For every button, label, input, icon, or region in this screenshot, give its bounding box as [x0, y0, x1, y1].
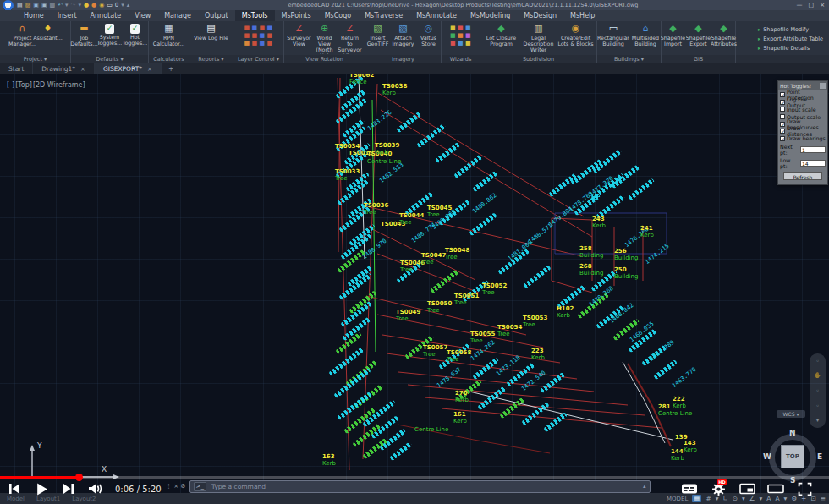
save-icon[interactable]: ▣	[33, 1, 39, 9]
survey-point-label[interactable]: TS0051Tree	[454, 293, 479, 306]
ribbon-tab-mspoints[interactable]: MsPoints	[275, 10, 318, 21]
survey-point-label[interactable]: TS0039Kerb	[375, 143, 399, 156]
mini-layer-icon[interactable]: ■	[244, 25, 250, 31]
subtitles-cc-icon[interactable]	[680, 479, 699, 498]
new-tab-button[interactable]: +	[162, 63, 180, 74]
mini-layer-icon[interactable]: ■	[458, 25, 464, 31]
viewport-collapse-control[interactable]: [-]	[7, 81, 14, 89]
mini-layer-icon[interactable]: ■	[244, 33, 250, 39]
ribbon-tab-manage[interactable]: Manage	[157, 10, 198, 21]
create-edit-lots-blocks-button[interactable]: ◉Create/Edit Lots & Blocks	[557, 22, 594, 54]
ribbon-tab-output[interactable]: Output	[198, 10, 235, 21]
valtus-store-button[interactable]: ◎Valtus Store	[416, 22, 441, 54]
shapefile-details-button[interactable]: ▸Shapefile Details	[758, 45, 823, 52]
command-line[interactable]: >_ ▴	[189, 480, 651, 493]
drawing-line-entity[interactable]	[552, 281, 592, 293]
ribbon-tab-view[interactable]: View	[128, 10, 157, 21]
hot-toggle-checkbox[interactable]: ✓	[780, 129, 785, 134]
miniplayer-icon[interactable]	[738, 479, 756, 498]
survey-point-label[interactable]: 144Kerb	[671, 449, 684, 462]
volume-icon[interactable]	[86, 479, 105, 498]
insert-geotiff-button[interactable]: ▧Insert GeoTIFF	[365, 22, 390, 54]
export-attribute-table-button[interactable]: ▸Export Attribute Table	[758, 36, 823, 42]
layer-control-grid-icon[interactable]: ■■■■■■■■■■■■	[244, 22, 273, 47]
hot-toggle-checkbox[interactable]	[780, 107, 785, 112]
hot-toggle-checkbox[interactable]: ✓	[780, 122, 785, 127]
viewport-visual-style-control[interactable]: [2D Wireframe]	[33, 81, 85, 89]
survey-point-label[interactable]: TS0038Kerb	[382, 84, 407, 96]
drawing-line-entity[interactable]	[628, 364, 651, 404]
survey-point-label[interactable]: Centre Line	[367, 159, 401, 166]
mini-layer-icon[interactable]: ■	[267, 25, 273, 31]
mini-layer-icon[interactable]: ■	[458, 41, 464, 47]
mini-layer-icon[interactable]: ■	[252, 41, 258, 47]
redo-icon[interactable]: ↷	[71, 1, 76, 9]
plot-icon[interactable]: ▥	[50, 1, 56, 9]
restore-button[interactable]: ▢	[809, 2, 815, 8]
theater-mode-icon[interactable]	[766, 479, 785, 498]
shapefile-import-button[interactable]: ◆Shapefile Import	[661, 22, 685, 54]
drawing-line-entity[interactable]	[387, 353, 577, 379]
shapefile-export-button[interactable]: ◆Shapefile Export	[686, 22, 711, 54]
mini-layer-icon[interactable]: ■	[450, 25, 456, 31]
view-log-file-button[interactable]: ▤View Log File	[193, 22, 229, 54]
minimize-button[interactable]: —	[797, 2, 803, 8]
survey-point-label[interactable]: TS0049Tree	[396, 310, 420, 322]
survey-point-label[interactable]: Centre Line	[414, 427, 448, 434]
assistant-button[interactable]: ♦Assistant...	[36, 22, 60, 54]
survey-point-label[interactable]: 143Kerb	[684, 441, 697, 453]
survey-point-label[interactable]: TS0062Fence	[349, 74, 374, 85]
wcs-selector[interactable]: WCS ▾	[777, 410, 805, 418]
new-drawing-icon[interactable]: ▤	[17, 1, 23, 9]
survey-point-label[interactable]: 163Kerb	[322, 454, 336, 467]
surveyor-view-button[interactable]: ZSurveyor View	[287, 22, 311, 54]
survey-point-label[interactable]: TS0047Tree	[421, 253, 446, 266]
layer-zero-label[interactable]: 0	[115, 1, 118, 9]
ribbon-tab-mshelp[interactable]: MsHelp	[563, 10, 601, 21]
hot-toggles-button[interactable]: ✓Hot Toggles...	[123, 22, 147, 53]
mini-layer-icon[interactable]: ■	[260, 25, 266, 31]
viewcube-north-label[interactable]: N	[789, 429, 796, 437]
settings-gear-icon[interactable]: HD	[709, 479, 727, 498]
viewport-view-control[interactable]: [Top]	[15, 81, 32, 89]
previous-video-button[interactable]	[5, 479, 24, 498]
mini-layer-icon[interactable]: ■	[244, 41, 250, 47]
undo-dropdown-icon[interactable]: ▾	[65, 1, 69, 9]
fullscreen-icon[interactable]	[795, 479, 814, 498]
mini-layer-icon[interactable]: ■	[252, 33, 258, 39]
legal-description-writer-button[interactable]: ▥Legal Description Writer	[520, 22, 557, 54]
survey-point-label[interactable]: 258Building	[579, 246, 603, 259]
save-as-icon[interactable]: ▣	[41, 1, 47, 9]
hot-toggle-checkbox[interactable]: ✓	[780, 100, 785, 105]
lot-closure-program-button[interactable]: ◆Lot Closure Program	[483, 22, 519, 54]
document-tab-start[interactable]: Start	[0, 63, 33, 74]
command-line-handles[interactable]: ⋮ × ⚙	[166, 483, 186, 490]
command-input[interactable]	[210, 482, 640, 491]
mini-layer-icon[interactable]: ■	[267, 33, 273, 39]
ribbon-tab-insert[interactable]: Insert	[51, 10, 84, 21]
survey-point-label[interactable]: 256Building	[614, 249, 638, 261]
survey-point-label[interactable]: 161Kerb	[453, 412, 467, 425]
open-drawing-icon[interactable]: ▨	[25, 1, 31, 9]
lock-icon[interactable]: ◉	[99, 1, 104, 9]
survey-point-label[interactable]: 270Kerb	[455, 391, 469, 403]
ribbon-tab-mstraverse[interactable]: MsTraverse	[358, 10, 409, 21]
document-tab-gisexport[interactable]: GISEXPORT*×	[95, 63, 162, 74]
ribbon-tab-msmodeling[interactable]: MsModeling	[464, 10, 517, 21]
survey-point-label[interactable]: TS0058Tree	[447, 350, 471, 363]
point-locate-icon[interactable]: ●	[91, 1, 96, 9]
rectangular-building-button[interactable]: ▭Rectangular Building	[597, 22, 629, 54]
mini-layer-icon[interactable]: ■	[267, 41, 273, 47]
viewcube-top-face[interactable]: TOP	[781, 445, 804, 468]
wizards-grid-icon[interactable]: ■■■■■■■■■	[450, 22, 471, 47]
project-manager-button[interactable]: ∩Project Manager...	[10, 22, 35, 54]
rpn-calculator-button[interactable]: ▦RPN Calculator...	[151, 22, 187, 54]
command-recent-dropdown-icon[interactable]: ▴	[643, 483, 646, 490]
survey-point-label[interactable]: TS0053Tree	[523, 315, 547, 328]
ribbon-tab-mscogo[interactable]: MsCogo	[318, 10, 359, 21]
hot-toggle-checkbox[interactable]	[780, 114, 785, 119]
ribbon-group-label[interactable]: Layer Control ▾	[233, 55, 283, 63]
survey-point-label[interactable]: TS0055Tree	[470, 331, 495, 344]
display-box-icon[interactable]: ▭	[107, 1, 113, 9]
close-tab-icon[interactable]: ×	[147, 66, 152, 73]
